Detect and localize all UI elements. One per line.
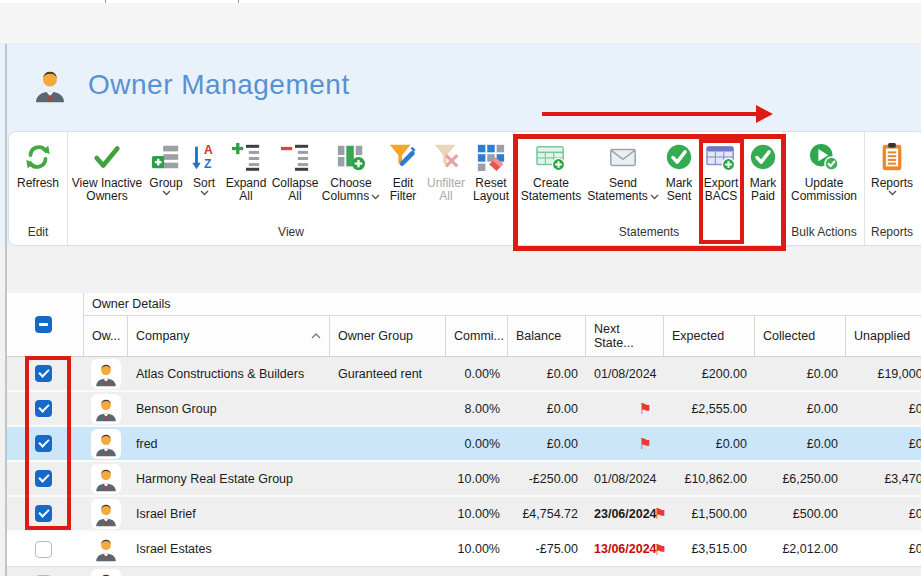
owner-group-cell	[330, 427, 446, 460]
company-cell: Israel Estates	[128, 532, 330, 566]
table-row[interactable]: fred 0.00% £0.00 ⚑ £0.00 £0.00 £0.00	[7, 427, 921, 462]
company-cell: Atlas Constructions & Builders	[128, 357, 330, 390]
column-header-balance[interactable]: Balance	[508, 316, 586, 356]
export-bacs-button[interactable]: Export BACS	[699, 139, 743, 221]
ribbon-group-reports: Reports Reports	[865, 132, 919, 245]
create-statements-button[interactable]: Create Statements	[515, 139, 587, 221]
column-header-owner[interactable]: Ow...	[84, 316, 128, 356]
row-checkbox-cell[interactable]	[7, 462, 84, 495]
mark-paid-button[interactable]: Mark Paid	[743, 139, 783, 221]
column-header-collected[interactable]: Collected	[755, 316, 846, 356]
sort-button[interactable]: AZ Sort	[186, 139, 222, 221]
column-header-expected[interactable]: Expected	[664, 316, 755, 356]
company-cell: fred	[128, 427, 330, 460]
ribbon-group-label-edit: Edit	[9, 221, 67, 245]
balance-cell: £0.00	[508, 427, 586, 460]
next-statement-cell: 01/08/2024	[586, 357, 664, 390]
refresh-icon	[23, 139, 53, 175]
expected-cell: £0.00	[664, 427, 755, 460]
row-checkbox-cell[interactable]	[7, 532, 84, 566]
table-row[interactable]	[7, 567, 921, 576]
row-checkbox-cell[interactable]	[7, 392, 84, 425]
update-commission-button[interactable]: Update Commission	[784, 139, 864, 221]
unapplied-cell: £0.00	[846, 392, 921, 425]
commission-cell: 0.00%	[446, 427, 508, 460]
table-row[interactable]: Atlas Constructions & Builders Guranteed…	[7, 357, 921, 392]
commission-cell: 10.00%	[446, 462, 508, 495]
reset-layout-button[interactable]: Reset Layout	[468, 139, 514, 221]
column-header-commission[interactable]: Commi...	[446, 316, 508, 356]
owner-group-cell: Guranteed rent	[330, 357, 446, 390]
next-statement-cell: 13/06/2024⚑	[586, 532, 664, 566]
row-checkbox[interactable]	[35, 365, 52, 382]
svg-text:Z: Z	[204, 157, 212, 171]
ribbon-group-edit: Refresh Edit	[9, 132, 68, 245]
choose-columns-button[interactable]: Choose Columns	[320, 139, 382, 221]
company-cell: Israel Brief	[128, 497, 330, 530]
send-statements-icon	[608, 139, 638, 175]
collected-cell: £2,012.00	[755, 532, 846, 566]
collapse-all-button[interactable]: Collapse All	[270, 139, 320, 221]
band-header-owner-details: Owner Details	[84, 293, 921, 316]
owner-avatar	[84, 567, 128, 576]
collected-cell: £0.00	[755, 392, 846, 425]
column-header-owner-group[interactable]: Owner Group	[330, 316, 446, 356]
balance-cell: £0.00	[508, 357, 586, 390]
mark-sent-button[interactable]: Mark Sent	[659, 139, 699, 221]
collapse-all-icon	[280, 139, 310, 175]
unapplied-cell: £3,470.00	[846, 462, 921, 495]
sort-az-icon: AZ	[189, 139, 219, 175]
row-checkbox-cell[interactable]	[7, 567, 84, 576]
reset-layout-icon	[476, 139, 506, 175]
balance-cell: £4,754.72	[508, 497, 586, 530]
create-statements-icon	[535, 139, 567, 175]
balance-cell: -£250.00	[508, 462, 586, 495]
row-checkbox[interactable]	[35, 400, 52, 417]
owner-group-cell	[330, 392, 446, 425]
ribbon-group-bulk-actions: Update Commission Bulk Actions	[784, 132, 865, 245]
select-all-checkbox[interactable]	[35, 316, 52, 333]
row-checkbox-cell[interactable]	[7, 357, 84, 390]
next-statement-cell: 23/06/2024⚑	[586, 497, 664, 530]
balance-cell: -£75.00	[508, 532, 586, 566]
choose-columns-icon	[336, 139, 366, 175]
table-row[interactable]: Benson Group 8.00% £0.00 ⚑ £2,555.00 £0.…	[7, 392, 921, 427]
table-row[interactable]: Israel Brief 10.00% £4,754.72 23/06/2024…	[7, 497, 921, 532]
row-checkbox[interactable]	[35, 435, 52, 452]
company-cell: Harmony Real Estate Group	[128, 462, 330, 495]
row-checkbox[interactable]	[35, 505, 52, 522]
expand-all-button[interactable]: Expand All	[222, 139, 270, 221]
chevron-down-icon	[200, 190, 209, 196]
grid-header: Owner Details Ow... Company Owner Group …	[7, 293, 921, 357]
ribbon-group-statements: Create Statements Send Statements Mark S…	[515, 132, 784, 245]
table-row[interactable]: Israel Estates 10.00% -£75.00 13/06/2024…	[7, 532, 921, 567]
owners-grid: Owner Details Ow... Company Owner Group …	[7, 293, 921, 576]
row-checkbox[interactable]	[35, 541, 52, 558]
row-checkbox[interactable]	[35, 470, 52, 487]
group-button[interactable]: Group	[146, 139, 186, 221]
edit-filter-button[interactable]: Edit Filter	[382, 139, 424, 221]
column-header-unapplied[interactable]: Unapplied	[846, 316, 921, 356]
row-checkbox-cell[interactable]	[7, 497, 84, 530]
expected-cell: £200.00	[664, 357, 755, 390]
unfilter-all-icon	[431, 139, 461, 175]
owner-avatar	[84, 427, 128, 460]
owner-avatar	[84, 357, 128, 390]
reports-button[interactable]: Reports	[865, 139, 919, 221]
collected-cell: £0.00	[755, 427, 846, 460]
unfilter-all-button: Unfilter All	[424, 139, 468, 221]
column-header-company[interactable]: Company	[128, 316, 330, 356]
owner-avatar	[84, 462, 128, 495]
expected-cell: £3,515.00	[664, 532, 755, 566]
view-inactive-owners-button[interactable]: View Inactive Owners	[68, 139, 146, 221]
select-all-cell[interactable]	[7, 293, 84, 356]
check-icon	[92, 139, 122, 175]
row-checkbox-cell[interactable]	[7, 427, 84, 460]
column-header-next-statement[interactable]: Next State...	[586, 316, 664, 356]
send-statements-button[interactable]: Send Statements	[587, 139, 659, 221]
collected-cell: £0.00	[755, 357, 846, 390]
refresh-button[interactable]: Refresh	[9, 139, 67, 221]
page-title: Owner Management	[88, 69, 350, 101]
table-row[interactable]: Harmony Real Estate Group 10.00% -£250.0…	[7, 462, 921, 497]
ribbon-group-view: View Inactive Owners Group AZ Sort	[68, 132, 515, 245]
